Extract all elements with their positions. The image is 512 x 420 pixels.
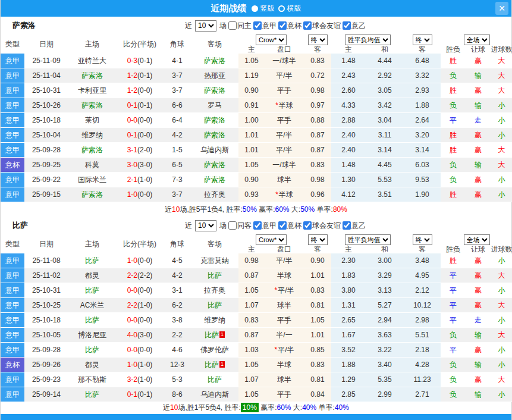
- league-filter[interactable]: 意杯: [278, 21, 301, 31]
- odds-source-select[interactable]: Crow*: [256, 234, 287, 245]
- avg-type-select[interactable]: 胜平负均值: [345, 234, 391, 245]
- avg-type-select[interactable]: 胜平负均值: [345, 35, 391, 45]
- half-time-score: (1-0): [137, 301, 152, 309]
- avg-draw-odds: 4.44: [366, 54, 404, 68]
- league-filter[interactable]: 意杯: [278, 221, 301, 231]
- score-cell: 2-2(2-2): [116, 268, 164, 283]
- home-odds: 0.87: [238, 268, 265, 283]
- league-type-badge: 意甲: [1, 328, 24, 343]
- scope-select[interactable]: 全场: [464, 234, 490, 245]
- away-team: 热那亚: [191, 68, 238, 83]
- summary-segment: 80%: [333, 205, 347, 214]
- match-result: 胜: [441, 143, 466, 158]
- same-venue-filter[interactable]: 同主: [228, 21, 252, 31]
- full-time-score: 0-0: [127, 116, 137, 124]
- match-result: 负: [441, 98, 466, 113]
- league-filters: 意甲意杯球会友谊意乙: [253, 21, 366, 31]
- avg-away-odds: 3.20: [404, 128, 441, 143]
- close-icon[interactable]: ✕: [495, 2, 508, 15]
- handicap-result: 赢: [466, 128, 491, 143]
- league-filter-checkbox[interactable]: [303, 221, 312, 230]
- scope-select[interactable]: 全场: [464, 35, 490, 45]
- avg-draw-odds: 3.00: [366, 253, 404, 268]
- table-row: 意甲25-09-14比萨0-1(0-1)8-6乌迪内斯1.05平手0.842.8…: [1, 387, 511, 402]
- half-time-score: (0-0): [137, 346, 152, 354]
- summary-segment: 赢率:: [259, 403, 277, 412]
- home-odds: 0.90: [238, 83, 265, 98]
- league-filter-checkbox[interactable]: [278, 221, 287, 230]
- away-odds: 0.97: [304, 98, 331, 113]
- same-venue-checkbox[interactable]: [228, 21, 237, 30]
- col-header-goals: 进球数: [491, 45, 512, 54]
- away-team: 拉齐奥: [191, 187, 238, 202]
- games-label: 场: [219, 21, 227, 31]
- match-result: 平: [441, 113, 466, 128]
- home-odds: 1.05: [238, 387, 265, 402]
- same-venue-filter[interactable]: 同客: [228, 221, 252, 231]
- handicap-result: 输: [466, 68, 491, 83]
- handicap-line: 球半: [265, 173, 304, 187]
- summary-segment: 赢率:: [257, 205, 275, 214]
- layout-option-vertical[interactable]: 竖版: [252, 4, 275, 14]
- goals-over-under: 大: [491, 372, 512, 387]
- away-team: 佛罗伦萨: [191, 343, 238, 358]
- avg-time-select[interactable]: 终: [413, 234, 432, 245]
- avg-away-odds: 4.95: [404, 268, 441, 283]
- league-filter[interactable]: 球会友谊: [303, 221, 341, 231]
- full-time-score: 3-2: [127, 375, 137, 384]
- corner-score: 8-6: [164, 387, 191, 402]
- handicap-text: 平手: [277, 316, 291, 324]
- odds-time-select[interactable]: 终: [308, 35, 328, 45]
- avg-time-select[interactable]: 终: [413, 35, 432, 45]
- league-filter-checkbox[interactable]: [253, 21, 262, 30]
- full-time-score: 3-0: [127, 161, 137, 169]
- corner-score: 6-5: [164, 158, 191, 173]
- odds-source-select[interactable]: Crow*: [256, 35, 287, 45]
- league-filter-checkbox[interactable]: [343, 21, 351, 30]
- match-result: 平: [441, 343, 466, 358]
- home-odds: 1.01: [238, 143, 265, 158]
- avg-draw-odds: 3.29: [366, 268, 404, 283]
- league-filter-checkbox[interactable]: [343, 221, 351, 230]
- avg-away-odds: 2.93: [404, 83, 441, 98]
- odds-time-select[interactable]: 终: [308, 234, 328, 245]
- handicap-text: 平/半: [276, 131, 292, 139]
- league-filter-checkbox[interactable]: [253, 221, 262, 230]
- same-venue-checkbox[interactable]: [228, 221, 237, 230]
- radio-unselected-icon[interactable]: [278, 5, 285, 12]
- recent-count-select[interactable]: 10: [195, 220, 216, 231]
- league-filter[interactable]: 意乙: [343, 221, 366, 231]
- same-venue-label: 同主: [237, 21, 252, 31]
- results-table-body: 意甲25-11-09亚特兰大0-3(0-1)4-1萨索洛1.05一/球半0.83…: [1, 54, 511, 202]
- handicap-result: 赢: [466, 83, 491, 98]
- home-odds: 1.07: [238, 372, 265, 387]
- subcol-avg-home: 主: [331, 245, 366, 253]
- handicap-result: 输: [466, 158, 491, 173]
- league-filter[interactable]: 意甲: [253, 21, 277, 31]
- goals-over-under: 大: [491, 54, 512, 68]
- league-filter-checkbox[interactable]: [303, 21, 312, 30]
- handicap-text: 一/球半: [272, 57, 296, 65]
- league-filter[interactable]: 球会友谊: [303, 21, 341, 31]
- avg-draw-odds: 2.99: [366, 387, 404, 402]
- match-date: 25-09-22: [24, 173, 68, 187]
- league-filter-checkbox[interactable]: [278, 21, 287, 30]
- summary-segment: 50%: [300, 205, 315, 214]
- league-type-badge: 意甲: [1, 343, 24, 358]
- home-odds: 0.87: [238, 328, 265, 343]
- full-time-score: 1-0: [127, 190, 137, 199]
- layout-option-horizontal[interactable]: 横版: [278, 4, 301, 14]
- league-type-badge: 意甲: [1, 98, 24, 113]
- home-odds: 1.05: [238, 358, 265, 372]
- avg-home-odds: 1.31: [331, 298, 366, 313]
- home-team: 比萨: [68, 253, 116, 268]
- recent-count-select[interactable]: 10: [195, 20, 216, 32]
- radio-selected-icon[interactable]: [252, 5, 258, 12]
- league-filter[interactable]: 意乙: [343, 21, 366, 31]
- away-odds: 0.83: [304, 358, 331, 372]
- goals-over-under: 大: [491, 268, 512, 283]
- corner-score: 4-2: [164, 268, 191, 283]
- league-filter[interactable]: 意甲: [253, 221, 277, 231]
- score-cell: 1-2(0-1): [116, 68, 164, 83]
- handicap-result: 赢: [466, 268, 491, 283]
